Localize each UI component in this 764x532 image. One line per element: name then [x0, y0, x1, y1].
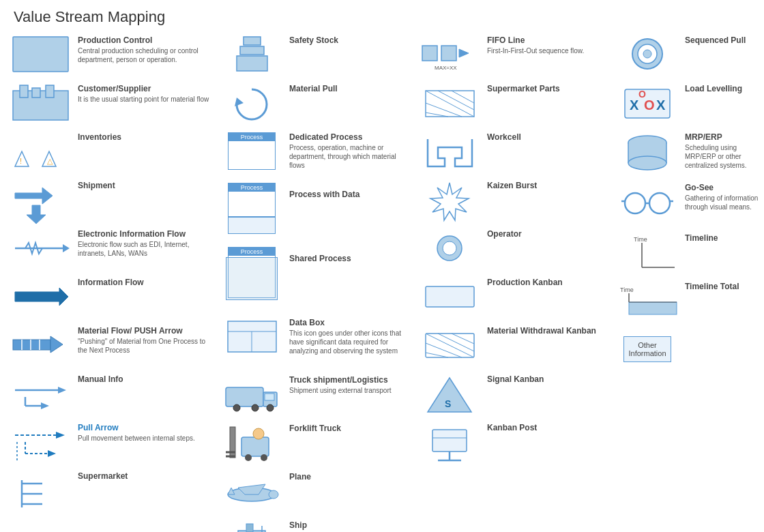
- svg-marker-18: [50, 336, 63, 353]
- list-item: Kanban Post: [416, 419, 614, 464]
- list-item: Truck shipment/Logistics Shipment using …: [218, 371, 416, 417]
- svg-point-53: [253, 428, 264, 439]
- list-item: Supermarket: [7, 467, 218, 513]
- svg-text:!: !: [20, 157, 22, 165]
- list-item: Material Withdrawal Kanban: [416, 322, 614, 368]
- truck-icon: [221, 375, 282, 413]
- svg-text:X: X: [630, 98, 639, 113]
- shipment-icon: [10, 181, 71, 218]
- material-flow-icon: [10, 326, 71, 364]
- svg-marker-23: [41, 402, 49, 409]
- kaizen-burst-icon: [419, 181, 480, 218]
- production-control-icon: [10, 35, 71, 73]
- svg-marker-20: [58, 387, 66, 394]
- svg-point-52: [261, 454, 267, 461]
- svg-point-98: [628, 156, 666, 170]
- svg-point-57: [269, 490, 278, 499]
- svg-line-69: [426, 103, 462, 117]
- supermarket-icon: [10, 471, 71, 509]
- svg-rect-41: [226, 387, 263, 407]
- svg-text:O: O: [638, 89, 646, 100]
- forklift-icon: [221, 424, 282, 461]
- svg-marker-9: [15, 188, 53, 204]
- svg-text:MAX=XX: MAX=XX: [435, 65, 457, 71]
- svg-rect-34: [244, 37, 261, 45]
- ship-icon: [221, 520, 282, 532]
- svg-text:X: X: [656, 98, 666, 113]
- svg-rect-3: [32, 88, 40, 98]
- column-3: MAX=XX FIFO Line First-In-First-Out sequ…: [416, 31, 614, 532]
- sequenced-pull-icon: [617, 35, 678, 73]
- svg-point-44: [233, 404, 240, 411]
- svg-rect-4: [46, 85, 54, 98]
- svg-line-66: [426, 91, 474, 117]
- svg-text:O: O: [644, 98, 655, 113]
- svg-text:△: △: [47, 157, 53, 165]
- svg-rect-61: [422, 46, 437, 61]
- svg-point-51: [245, 454, 252, 461]
- workcell-icon: [419, 132, 480, 170]
- list-item: Shipment: [7, 177, 218, 222]
- svg-rect-43: [265, 394, 274, 400]
- list-item: Time Timeline: [614, 229, 764, 275]
- kanban-post-icon: [419, 423, 480, 460]
- pull-arrow-icon: [10, 423, 71, 460]
- information-flow-icon: [10, 278, 71, 315]
- svg-rect-59: [246, 524, 253, 532]
- list-item: Electronic Information Flow Electronic f…: [7, 225, 218, 271]
- list-item: Other Information: [614, 326, 764, 372]
- list-item: Plane: [218, 468, 416, 514]
- inventories-icon: ! △: [10, 132, 71, 170]
- column-1: Production Control Central production sc…: [7, 31, 218, 532]
- fifo-icon: MAX=XX: [419, 35, 480, 73]
- list-item: Pull Arrow Pull movement between interna…: [7, 419, 218, 464]
- list-item: Forklift Truck: [218, 419, 416, 465]
- material-pull-icon: [221, 84, 282, 121]
- svg-line-78: [426, 343, 462, 357]
- safety-stock-icon: [221, 35, 282, 73]
- mrp-erp-icon: [617, 132, 678, 170]
- svg-rect-36: [237, 56, 267, 71]
- svg-text:Time: Time: [634, 236, 647, 243]
- data-box-icon: [221, 318, 282, 355]
- svg-marker-10: [27, 205, 46, 224]
- list-item: Process Dedicated Process Process, opera…: [218, 128, 416, 183]
- svg-point-88: [643, 50, 651, 58]
- svg-line-79: [426, 353, 448, 357]
- list-item: MRP/ERP Scheduling using MRP/ERP or othe…: [614, 128, 764, 176]
- svg-line-70: [426, 113, 448, 117]
- supermarket-parts-icon: [419, 84, 480, 121]
- svg-point-100: [649, 193, 670, 213]
- svg-point-72: [443, 241, 456, 255]
- load-levelling-icon: X O X O: [617, 84, 678, 121]
- svg-rect-109: [629, 302, 677, 314]
- list-item: X O X O Load Levelling: [614, 80, 764, 125]
- svg-rect-14: [13, 340, 50, 350]
- svg-text:Time: Time: [620, 286, 634, 293]
- list-item: MAX=XX FIFO Line First-In-First-Out sequ…: [416, 31, 614, 77]
- svg-rect-62: [441, 46, 456, 61]
- svg-marker-37: [235, 98, 244, 106]
- svg-rect-35: [240, 46, 264, 55]
- list-item: Workcell: [416, 128, 614, 174]
- svg-text:S: S: [445, 398, 451, 409]
- list-item: Process Process with Data: [218, 186, 416, 247]
- list-item: Ship: [218, 516, 416, 532]
- list-item: Operator: [416, 225, 614, 271]
- manual-info-icon: [10, 374, 71, 412]
- list-item: S Signal Kanban: [416, 370, 614, 416]
- list-item: Kaizen Burst: [416, 177, 614, 222]
- timeline-icon: Time: [617, 233, 678, 271]
- process-with-data-icon: Process: [221, 190, 282, 227]
- svg-marker-25: [56, 432, 65, 439]
- list-item: Process Shared Process: [218, 250, 416, 311]
- svg-rect-47: [241, 437, 269, 456]
- signal-kanban-icon: S: [419, 374, 480, 412]
- list-item: Production Control Central production sc…: [7, 31, 218, 77]
- customer-supplier-icon: [10, 84, 71, 121]
- svg-marker-13: [15, 288, 68, 306]
- page-title: Value Stream Mapping: [0, 0, 764, 31]
- svg-rect-0: [13, 37, 68, 72]
- svg-marker-12: [63, 244, 70, 252]
- svg-rect-2: [20, 85, 28, 98]
